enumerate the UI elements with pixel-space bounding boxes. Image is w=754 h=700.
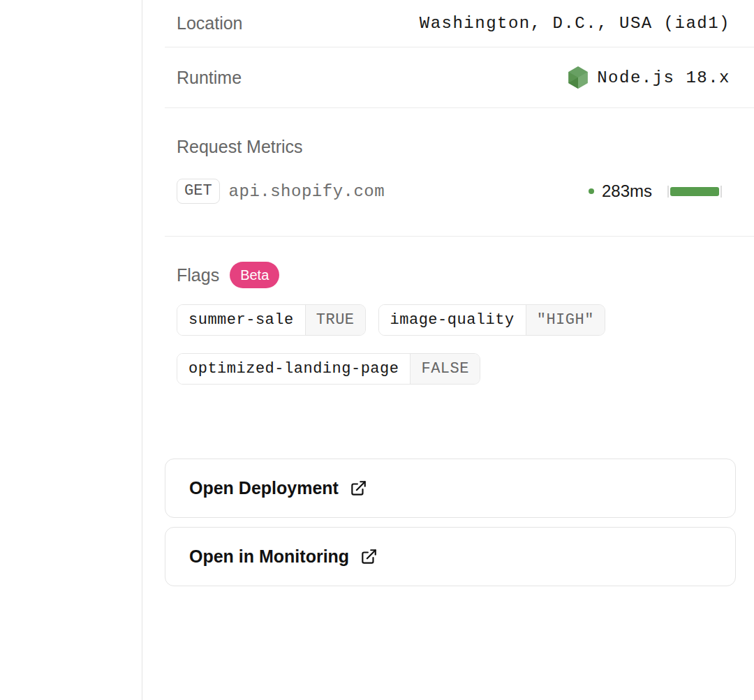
flags-header: Flags Beta [177, 262, 754, 288]
location-row: Location Washington, D.C., USA (iad1) [165, 0, 754, 47]
open-in-monitoring-label: Open in Monitoring [189, 546, 349, 567]
flag-chip: image-quality "HIGH" [378, 304, 605, 336]
http-method-badge: GET [177, 179, 220, 204]
flags-section: Flags Beta summer-sale TRUE image-qualit… [165, 237, 754, 385]
flag-value: TRUE [305, 305, 365, 335]
location-label: Location [177, 13, 243, 33]
deployment-details-panel: Location Washington, D.C., USA (iad1) Ru… [165, 0, 754, 385]
request-latency-group: 283ms [589, 181, 722, 201]
flag-value: "HIGH" [526, 305, 605, 335]
runtime-row: Runtime Node.js 18.x [165, 47, 754, 108]
flag-name: summer-sale [177, 305, 305, 335]
request-url: api.shopify.com [229, 182, 385, 201]
latency-bar-track [667, 186, 722, 198]
beta-badge: Beta [230, 262, 279, 288]
flag-value: FALSE [410, 354, 480, 384]
open-deployment-label: Open Deployment [189, 478, 339, 498]
location-value: Washington, D.C., USA (iad1) [420, 14, 730, 33]
flag-name: optimized-landing-page [177, 354, 410, 384]
external-link-icon [360, 548, 378, 566]
runtime-label: Runtime [177, 68, 242, 88]
flag-chip-list: summer-sale TRUE image-quality "HIGH" op… [177, 304, 665, 385]
open-in-monitoring-button[interactable]: Open in Monitoring [165, 527, 736, 586]
latency-bar [670, 187, 719, 196]
request-metrics-section: Request Metrics GET api.shopify.com 283m… [165, 108, 754, 237]
nodejs-icon [568, 66, 588, 89]
status-dot-icon [589, 188, 594, 194]
flag-name: image-quality [379, 305, 526, 335]
sidebar-divider [142, 0, 142, 700]
flag-chip: optimized-landing-page FALSE [177, 353, 480, 385]
latency-value: 283ms [602, 181, 652, 201]
external-link-icon [349, 479, 367, 498]
flag-chip: summer-sale TRUE [177, 304, 366, 336]
runtime-version: Node.js 18.x [597, 68, 730, 87]
request-row: GET api.shopify.com 283ms [165, 179, 754, 204]
flags-title: Flags [177, 265, 219, 285]
request-metrics-title: Request Metrics [165, 137, 754, 157]
open-deployment-button[interactable]: Open Deployment [165, 459, 736, 518]
runtime-value: Node.js 18.x [568, 66, 730, 89]
request-info: GET api.shopify.com [177, 179, 385, 204]
